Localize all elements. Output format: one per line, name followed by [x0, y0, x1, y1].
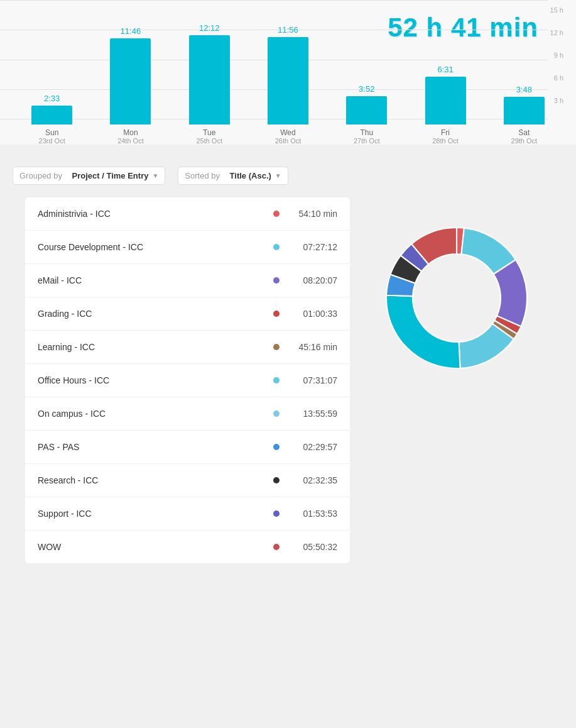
- sort-by-prefix: Sorted by: [185, 171, 220, 180]
- bar-day: Sun: [39, 128, 65, 137]
- entry-name: Research - ICC: [38, 475, 273, 485]
- bar-day: Mon: [117, 128, 144, 137]
- group-by-arrow-icon: ▼: [152, 172, 158, 179]
- bar-label: Tue 25th Oct: [196, 124, 222, 145]
- entry-name: Learning - ICC: [38, 342, 273, 352]
- bar: [110, 38, 151, 124]
- grid-line: [0, 0, 548, 1]
- entry-time: 02:32:35: [287, 475, 337, 485]
- entry-name: WOW: [38, 542, 273, 552]
- y-label: 3 h: [554, 97, 563, 104]
- list-item[interactable]: Administrivia - ICC 54:10 min: [25, 197, 350, 231]
- bar-value: 11:56: [278, 25, 298, 35]
- bar-label: Fri 28th Oct: [432, 124, 459, 145]
- bar-value: 3:52: [359, 84, 374, 94]
- bar-day: Wed: [275, 128, 302, 137]
- bar-day: Thu: [354, 128, 380, 137]
- bar-date: 29th Oct: [511, 137, 538, 145]
- entry-color-dot: [273, 477, 280, 483]
- list-item[interactable]: Office Hours - ICC 07:31:07: [25, 364, 350, 397]
- entry-name: Office Hours - ICC: [38, 375, 273, 385]
- entry-time: 08:20:07: [287, 275, 337, 285]
- bar-date: 25th Oct: [196, 137, 222, 145]
- bar: [31, 106, 72, 124]
- y-label: 9 h: [554, 52, 563, 59]
- group-by-value: Project / Time Entry: [72, 171, 149, 180]
- bar-group: 6:31 Fri 28th Oct: [406, 65, 484, 145]
- bar-day: Fri: [432, 128, 459, 137]
- bar-date: 23rd Oct: [39, 137, 65, 145]
- bar: [425, 77, 466, 124]
- y-label: 12 h: [550, 29, 563, 36]
- bar-value: 2:33: [44, 94, 60, 103]
- bar: [346, 96, 387, 124]
- entry-color-dot: [273, 311, 280, 317]
- bar: [189, 35, 230, 124]
- entry-name: eMail - ICC: [38, 275, 273, 285]
- bar-date: 27th Oct: [354, 137, 380, 145]
- y-label: 15 h: [550, 6, 563, 14]
- list-item[interactable]: Learning - ICC 45:16 min: [25, 331, 350, 364]
- bar-date: 28th Oct: [432, 137, 459, 145]
- bar: [268, 37, 308, 124]
- sort-by-value: Title (Asc.): [230, 171, 271, 180]
- entry-color-dot: [273, 444, 280, 450]
- entry-name: Support - ICC: [38, 509, 273, 519]
- bar-day: Tue: [196, 128, 222, 137]
- bar-value: 11:46: [121, 26, 141, 36]
- bar-group: 2:33 Sun 23rd Oct: [13, 94, 91, 145]
- bar-group: 11:56 Wed 26th Oct: [249, 25, 327, 145]
- entry-time: 13:55:59: [287, 409, 337, 419]
- entry-color-dot: [273, 344, 280, 350]
- bar-group: 11:46 Mon 24th Oct: [91, 26, 170, 145]
- sort-by-dropdown[interactable]: Sorted by Title (Asc.) ▼: [178, 167, 288, 185]
- list-item[interactable]: On campus - ICC 13:55:59: [25, 397, 350, 431]
- entry-color-dot: [273, 277, 280, 284]
- bar-label: Thu 27th Oct: [354, 124, 380, 145]
- bottom-section: Grouped by Project / Time Entry ▼ Sorted…: [0, 145, 576, 576]
- entry-color-dot: [273, 211, 280, 217]
- bar-label: Mon 24th Oct: [117, 124, 144, 145]
- donut-segment: [386, 295, 460, 368]
- entry-color-dot: [273, 244, 280, 250]
- list-item[interactable]: Grading - ICC 01:00:33: [25, 297, 350, 331]
- entry-name: Course Development - ICC: [38, 242, 273, 252]
- entry-name: On campus - ICC: [38, 409, 273, 419]
- bar-label: Sun 23rd Oct: [39, 124, 65, 145]
- bar-chart: 2:33 Sun 23rd Oct 11:46 Mon 24th Oct 12:…: [13, 6, 563, 145]
- bar-group: 12:12 Tue 25th Oct: [170, 23, 249, 145]
- list-item[interactable]: PAS - PAS 02:29:57: [25, 431, 350, 464]
- list-item[interactable]: Support - ICC 01:53:53: [25, 497, 350, 531]
- bar-value: 12:12: [199, 23, 220, 33]
- y-axis: 15 h 12 h 9 h 6 h 3 h: [538, 6, 563, 119]
- bar-label: Sat 29th Oct: [511, 124, 538, 145]
- entry-name: PAS - PAS: [38, 442, 273, 452]
- entry-name: Administrivia - ICC: [38, 209, 273, 219]
- entry-time: 07:27:12: [287, 242, 337, 252]
- entry-time: 54:10 min: [287, 209, 337, 219]
- group-by-prefix: Grouped by: [19, 171, 62, 180]
- entry-color-dot: [273, 377, 280, 383]
- entry-time: 02:29:57: [287, 442, 337, 452]
- controls-row: Grouped by Project / Time Entry ▼ Sorted…: [13, 157, 563, 191]
- entry-time: 01:53:53: [287, 509, 337, 519]
- entry-list: Administrivia - ICC 54:10 min Course Dev…: [25, 197, 350, 563]
- group-by-dropdown[interactable]: Grouped by Project / Time Entry ▼: [13, 167, 165, 185]
- bar-label: Wed 26th Oct: [275, 124, 302, 145]
- list-item[interactable]: eMail - ICC 08:20:07: [25, 264, 350, 297]
- list-item[interactable]: Research - ICC 02:32:35: [25, 464, 350, 497]
- entry-time: 05:50:32: [287, 542, 337, 552]
- chart-bars: 2:33 Sun 23rd Oct 11:46 Mon 24th Oct 12:…: [13, 6, 563, 145]
- entry-name: Grading - ICC: [38, 309, 273, 319]
- entry-time: 45:16 min: [287, 342, 337, 352]
- chart-section: 52 h 41 min 2:33 Sun 23rd Oct 11:46 Mon …: [0, 0, 576, 145]
- sort-by-arrow-icon: ▼: [275, 172, 281, 179]
- list-item[interactable]: Course Development - ICC 07:27:12: [25, 231, 350, 264]
- bar-value: 3:48: [516, 85, 532, 94]
- bar-date: 24th Oct: [117, 137, 144, 145]
- list-item[interactable]: WOW 05:50:32: [25, 531, 350, 563]
- bar-day: Sat: [511, 128, 538, 137]
- entry-time: 07:31:07: [287, 375, 337, 385]
- entry-time: 01:00:33: [287, 309, 337, 319]
- entry-color-dot: [273, 510, 280, 517]
